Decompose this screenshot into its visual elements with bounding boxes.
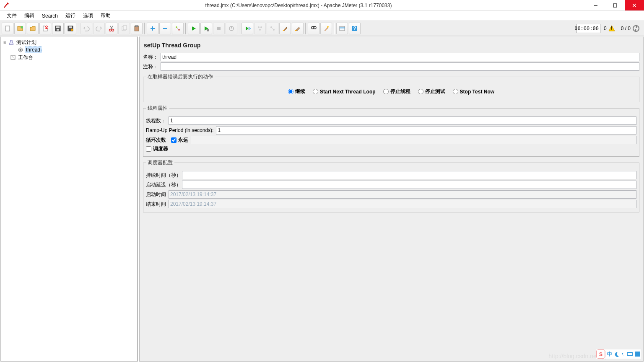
minimize-button[interactable]	[586, 0, 605, 10]
start-time-input	[169, 190, 636, 199]
remote-start-all-button[interactable]	[254, 23, 266, 34]
thread-props-legend: 线程属性	[146, 105, 169, 112]
undo-button[interactable]	[80, 23, 92, 34]
maximize-button[interactable]	[605, 0, 625, 10]
svg-point-24	[207, 29, 209, 31]
shutdown-button[interactable]	[226, 23, 237, 34]
tree-workbench[interactable]: 工作台	[3, 54, 135, 61]
workbench-icon	[10, 54, 16, 61]
warning-icon: !	[608, 25, 615, 32]
svg-line-33	[272, 28, 273, 29]
tree-toggle-icon[interactable]: ⊟	[3, 40, 7, 44]
svg-point-13	[109, 29, 112, 31]
menubar: 文件 编辑 Search 运行 选项 帮助	[0, 11, 644, 21]
ime-keyboard-icon[interactable]	[626, 351, 633, 357]
clear-all-button[interactable]	[292, 23, 304, 34]
scheduler-checkbox[interactable]: 调度器	[146, 145, 636, 153]
close-file-button[interactable]: ✕	[39, 23, 51, 34]
svg-rect-2	[5, 26, 10, 31]
svg-text:!: !	[611, 26, 613, 31]
templates-button[interactable]	[14, 23, 26, 34]
save-as-button[interactable]	[65, 23, 76, 34]
name-input[interactable]	[161, 53, 639, 61]
error-count: 0	[604, 26, 607, 31]
start-button[interactable]	[188, 23, 200, 34]
reset-search-button[interactable]	[320, 23, 332, 34]
comment-label: 注释：	[143, 63, 161, 70]
svg-point-14	[112, 29, 114, 31]
ime-sep: •,	[621, 351, 625, 357]
loop-input[interactable]	[191, 136, 636, 144]
toggle-button[interactable]	[172, 23, 184, 34]
radio-start-next[interactable]: Start Next Thread Loop	[313, 89, 376, 95]
svg-text:✕: ✕	[44, 25, 49, 30]
app-icon	[2, 1, 11, 10]
menu-search[interactable]: Search	[39, 12, 61, 20]
tree-thread-group[interactable]: thread	[3, 46, 135, 54]
copy-button[interactable]	[118, 23, 130, 34]
delay-input[interactable]	[182, 181, 636, 189]
loop-label: 循环次数	[146, 137, 169, 144]
menu-edit[interactable]: 编辑	[21, 11, 38, 21]
gear-icon	[17, 47, 24, 53]
forever-checkbox[interactable]: 永远	[171, 137, 188, 144]
on-error-fieldset: 在取样器错误后要执行的动作 继续 Start Next Thread Loop …	[143, 73, 639, 102]
radio-stop-test[interactable]: 停止测试	[418, 88, 445, 95]
ime-sogou-icon[interactable]: S	[596, 349, 605, 359]
remote-start-button[interactable]	[242, 23, 253, 34]
menu-run[interactable]: 运行	[62, 11, 79, 21]
radio-continue[interactable]: 继续	[288, 88, 305, 95]
save-button[interactable]	[52, 23, 64, 34]
svg-point-4	[21, 26, 23, 28]
name-label: 名称：	[143, 54, 161, 61]
find-button[interactable]	[308, 23, 319, 34]
expand-button[interactable]	[147, 23, 158, 34]
tree-test-plan[interactable]: ⊟ 测试计划	[3, 39, 135, 46]
svg-rect-9	[56, 26, 60, 28]
radio-stop-thread[interactable]: 停止线程	[383, 88, 410, 95]
menu-file[interactable]: 文件	[3, 11, 20, 21]
ramp-input[interactable]	[216, 126, 636, 134]
start-no-timers-button[interactable]	[200, 23, 212, 34]
svg-rect-18	[135, 26, 138, 27]
stop-button[interactable]	[213, 23, 225, 34]
menu-help[interactable]: 帮助	[97, 11, 114, 21]
open-button[interactable]	[27, 23, 39, 34]
close-button[interactable]: ✕	[625, 0, 644, 10]
delay-label: 启动延迟（秒）	[146, 181, 182, 189]
collapse-button[interactable]	[159, 23, 171, 34]
on-error-legend: 在取样器错误后要执行的动作	[146, 73, 215, 80]
panel-title: setUp Thread Group	[143, 39, 639, 53]
titlebar: thread.jmx (C:\Users\lenovopc\Desktop\th…	[0, 0, 644, 11]
redo-button[interactable]	[93, 23, 105, 34]
refresh-icon[interactable]	[632, 25, 640, 32]
paste-button[interactable]	[131, 23, 143, 34]
thread-props-fieldset: 线程属性 线程数： Ramp-Up Period (in seconds): 循…	[143, 105, 639, 157]
threads-input[interactable]	[169, 116, 636, 125]
duration-input[interactable]	[182, 171, 636, 179]
svg-rect-52	[635, 352, 640, 357]
remote-stop-button[interactable]	[267, 23, 278, 34]
ime-tray: S 中 •,	[596, 349, 641, 359]
tree-label-thread: thread	[25, 47, 42, 53]
ime-lang-indicator[interactable]: 中	[607, 351, 612, 358]
function-helper-button[interactable]	[336, 23, 348, 34]
svg-point-23	[178, 29, 180, 31]
help-button[interactable]: ?	[349, 23, 361, 34]
svg-rect-25	[217, 27, 221, 30]
clear-button[interactable]	[279, 23, 291, 34]
svg-point-29	[260, 26, 262, 28]
comment-input[interactable]	[161, 62, 639, 71]
tree-label-plan: 测试计划	[16, 39, 37, 46]
ime-moon-icon[interactable]	[614, 351, 620, 357]
new-button[interactable]	[2, 23, 13, 34]
tree-panel: ⊟ 测试计划 thread 工作台	[0, 36, 138, 362]
ime-settings-icon[interactable]	[635, 351, 641, 357]
duration-label: 持续时间（秒）	[146, 172, 182, 179]
menu-options[interactable]: 选项	[80, 11, 96, 21]
svg-point-36	[327, 26, 329, 28]
cut-button[interactable]	[106, 23, 117, 34]
end-time-label: 结束时间	[146, 201, 169, 208]
radio-stop-now[interactable]: Stop Test Now	[453, 89, 494, 95]
toolbar: ✕ ? 00:00:00 0 ! 0 / 0	[0, 21, 644, 36]
